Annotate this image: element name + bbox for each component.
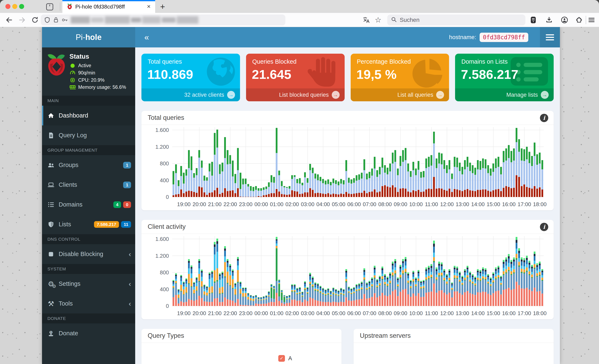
stacked-bar[interactable] <box>327 288 329 306</box>
tab-overview-icon[interactable] <box>46 3 53 10</box>
stacked-bar[interactable] <box>425 267 427 306</box>
stacked-bar[interactable] <box>201 270 203 306</box>
stacked-bar[interactable] <box>198 150 200 197</box>
stacked-bar[interactable] <box>449 269 450 306</box>
stacked-bar[interactable] <box>245 287 247 306</box>
stacked-bar[interactable] <box>376 170 378 197</box>
stacked-bar[interactable] <box>363 159 365 197</box>
stacked-bar[interactable] <box>503 260 504 306</box>
stacked-bar[interactable] <box>296 179 298 197</box>
stacked-bar[interactable] <box>472 165 473 197</box>
lock-icon[interactable] <box>53 17 59 23</box>
stacked-bar[interactable] <box>214 133 215 197</box>
stacked-bar[interactable] <box>536 263 538 306</box>
stacked-bar[interactable] <box>353 178 355 197</box>
stacked-bar[interactable] <box>183 282 185 306</box>
sidebar-item-tools[interactable]: ⚒Tools‹ <box>42 294 135 313</box>
new-tab-button[interactable]: + <box>160 2 165 11</box>
stacked-bar[interactable] <box>497 266 499 306</box>
stacked-bar[interactable] <box>258 297 259 306</box>
stacked-bar[interactable] <box>221 272 223 306</box>
stacked-bar[interactable] <box>405 148 406 197</box>
stacked-bar[interactable] <box>456 158 458 197</box>
stacked-bar[interactable] <box>523 258 525 306</box>
stacked-bar[interactable] <box>389 163 391 197</box>
stacked-bar[interactable] <box>495 159 497 197</box>
stacked-bar[interactable] <box>413 162 414 197</box>
stacked-bar[interactable] <box>405 257 406 306</box>
stacked-bar[interactable] <box>237 257 239 306</box>
stacked-bar[interactable] <box>283 186 285 197</box>
stacked-bar[interactable] <box>415 277 417 306</box>
macos-close-button[interactable] <box>5 4 10 9</box>
macos-minimize-button[interactable] <box>12 4 17 9</box>
stacked-bar[interactable] <box>180 275 182 306</box>
url-bar[interactable] <box>41 15 285 25</box>
stacked-bar[interactable] <box>425 159 427 197</box>
stacked-bar[interactable] <box>461 167 463 197</box>
stacked-bar[interactable] <box>286 187 288 197</box>
stacked-bar[interactable] <box>449 160 450 197</box>
stacked-bar[interactable] <box>438 153 440 197</box>
bookmark-star-icon[interactable]: ☆ <box>374 15 383 25</box>
stacked-bar[interactable] <box>410 280 412 306</box>
stacked-bar[interactable] <box>454 157 456 197</box>
stacked-bar[interactable] <box>196 277 197 306</box>
stacked-bar[interactable] <box>541 269 543 306</box>
stacked-bar[interactable] <box>518 139 520 197</box>
card-footer-link[interactable]: 32 active clients→ <box>141 89 240 101</box>
stacked-bar[interactable] <box>322 288 324 306</box>
stacked-bar[interactable] <box>529 152 530 197</box>
stacked-bar[interactable] <box>513 257 515 306</box>
stacked-bar[interactable] <box>521 149 522 197</box>
stacked-bar[interactable] <box>441 153 442 197</box>
stacked-bar[interactable] <box>183 173 185 197</box>
stacked-bar[interactable] <box>224 246 226 306</box>
info-icon[interactable]: i <box>540 223 548 231</box>
stacked-bar[interactable] <box>265 186 267 197</box>
reload-icon[interactable] <box>30 15 40 25</box>
stacked-bar[interactable] <box>286 296 288 306</box>
stacked-bar[interactable] <box>407 273 409 306</box>
stacked-bar[interactable] <box>325 181 326 197</box>
stacked-bar[interactable] <box>438 262 440 306</box>
stacked-bar[interactable] <box>469 272 471 306</box>
stacked-bar[interactable] <box>431 264 432 306</box>
stacked-bar[interactable] <box>232 270 234 306</box>
stacked-bar[interactable] <box>384 165 386 197</box>
stacked-bar[interactable] <box>531 265 533 306</box>
stacked-bar[interactable] <box>206 177 208 197</box>
stacked-bar[interactable] <box>534 142 535 197</box>
stacked-bar[interactable] <box>400 156 401 197</box>
stacked-bar[interactable] <box>467 157 468 197</box>
stacked-bar[interactable] <box>247 293 249 306</box>
stacked-bar[interactable] <box>294 175 296 197</box>
stacked-bar[interactable] <box>330 182 332 197</box>
info-icon[interactable]: i <box>540 114 548 122</box>
stacked-bar[interactable] <box>247 184 249 197</box>
stacked-bar[interactable] <box>418 161 419 197</box>
stacked-bar[interactable] <box>505 149 507 197</box>
stacked-bar[interactable] <box>482 267 484 306</box>
stacked-bar[interactable] <box>467 266 468 306</box>
stacked-bar[interactable] <box>490 277 492 306</box>
stacked-bar[interactable] <box>320 286 321 306</box>
stacked-bar[interactable] <box>505 257 507 306</box>
stacked-bar[interactable] <box>351 179 352 197</box>
menu-icon[interactable] <box>587 15 596 25</box>
stacked-bar[interactable] <box>237 148 239 197</box>
stacked-bar[interactable] <box>185 278 187 306</box>
stacked-bar[interactable] <box>335 180 337 197</box>
stacked-bar[interactable] <box>209 163 210 197</box>
stacked-bar[interactable] <box>420 281 422 306</box>
stacked-bar[interactable] <box>260 297 262 306</box>
stacked-bar[interactable] <box>229 264 231 306</box>
stacked-bar[interactable] <box>539 262 541 306</box>
stacked-bar[interactable] <box>433 241 435 306</box>
stacked-bar[interactable] <box>193 173 195 197</box>
stacked-bar[interactable] <box>508 254 510 306</box>
stacked-bar[interactable] <box>461 276 463 306</box>
stacked-bar[interactable] <box>273 286 275 306</box>
stacked-bar[interactable] <box>402 150 404 197</box>
stacked-bar[interactable] <box>211 271 213 306</box>
